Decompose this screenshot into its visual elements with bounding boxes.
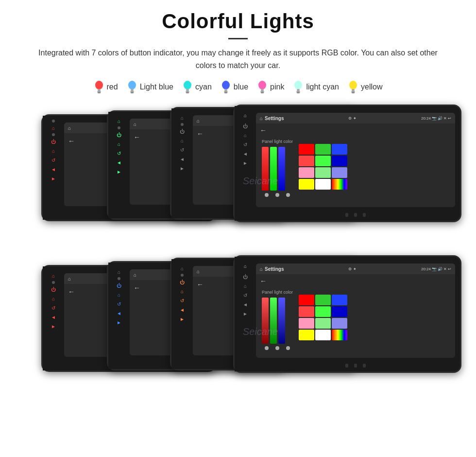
- page-container: Colorful Lights Integrated with 7 colors…: [0, 0, 476, 391]
- home2-icon-1: ⌂: [50, 147, 57, 155]
- svg-rect-22: [296, 91, 300, 92]
- svg-point-8: [184, 81, 191, 89]
- panel-light-left-bot: Panel light color: [262, 290, 293, 350]
- settings-title-b4: Settings: [265, 266, 284, 272]
- home2-icon-b4: ⌂: [241, 282, 249, 290]
- title-section: Colorful Lights Integrated with 7 colors…: [15, 10, 461, 71]
- svg-rect-3: [98, 92, 101, 93]
- slider-dot-1: [265, 193, 269, 197]
- cell-10[interactable]: [299, 179, 314, 190]
- bcell-5[interactable]: [315, 306, 331, 317]
- home2-icon-b3: ⌂: [178, 287, 186, 295]
- bcell-1[interactable]: [299, 295, 314, 305]
- bcell-8[interactable]: [315, 318, 331, 329]
- bcell-3[interactable]: [332, 295, 347, 305]
- sidebar-b2: ⌂ ⏻ ⌂ ↺ ◄ ►: [108, 263, 130, 369]
- power-icon-2: ⏻: [115, 131, 123, 139]
- bcell-12[interactable]: [332, 330, 347, 340]
- svg-rect-15: [224, 92, 227, 93]
- color-name-yellow: yellow: [361, 83, 382, 91]
- next-icon-b4: ►: [241, 310, 249, 317]
- sidebar-2: ⌂ ⏻ ⌂ ↺ ◄ ►: [108, 112, 130, 218]
- cell-7[interactable]: [299, 167, 314, 178]
- back-arrow-4: ←: [260, 126, 451, 134]
- bulb-icon-blue: [221, 80, 231, 94]
- cell-12[interactable]: [332, 179, 347, 190]
- screen-b4: ⌂ Settings ⚙ ✦ 20:24 📷 🔊 ✕ ↩: [256, 264, 455, 358]
- cell-3[interactable]: [332, 144, 347, 155]
- back-icon-b1: ↺: [50, 304, 57, 312]
- cell-5[interactable]: [315, 156, 331, 166]
- screen-header-4: ⌂ Settings ⚙ ✦ 20:24 📷 🔊 ✕ ↩: [256, 113, 455, 123]
- home2-icon-b1: ⌂: [50, 295, 57, 302]
- bcell-11[interactable]: [315, 330, 331, 340]
- cell-4[interactable]: [299, 156, 314, 166]
- cell-1[interactable]: [299, 144, 314, 155]
- screen-header-b4: ⌂ Settings ⚙ ✦ 20:24 📷 🔊 ✕ ↩: [256, 264, 455, 274]
- home-icon-3: ⌂: [178, 114, 186, 122]
- rst-dot-1: [52, 133, 55, 136]
- sidebar-3: ⌂ ⏻ ⌂ ↺ ◄ ►: [171, 108, 193, 218]
- screen-4: ⌂ Settings ⚙ ✦ 20:24 📷 🔊 ✕ ↩: [256, 113, 455, 207]
- svg-rect-6: [130, 91, 134, 92]
- home-icon-b1: ⌂: [50, 272, 57, 280]
- sidebar-4: ⌂ ⏻ ⌂ ↺ ◄ ►: [235, 106, 256, 221]
- back-icon-1: ↺: [50, 156, 57, 164]
- bottom-dot-4b: [354, 213, 357, 217]
- power-icon-b2: ⏻: [115, 281, 123, 289]
- back-icon-b2: ↺: [115, 300, 123, 308]
- gear-icon-b4: ⚙: [348, 267, 352, 271]
- home-icon-screen-1: ⌂: [68, 125, 71, 131]
- home-icon-b3: ⌂: [178, 264, 186, 272]
- car-unit-top-4: ⌂ ⏻ ⌂ ↺ ◄ ► ⌂ Settings ⚙: [233, 105, 461, 222]
- car-unit-bot-4: ⌂ ⏻ ⌂ ↺ ◄ ► ⌂ Settings ⚙: [233, 255, 461, 373]
- power-icon-b1: ⏻: [50, 285, 57, 293]
- slider-dot-b1: [265, 346, 269, 350]
- home-icon-sb1: ⌂: [68, 276, 71, 281]
- bdot-b4a: [345, 364, 348, 368]
- sidebar-b4: ⌂ ⏻ ⌂ ↺ ◄ ►: [235, 257, 256, 371]
- color-label-lightblue: Light blue: [127, 80, 173, 94]
- bcell-10[interactable]: [299, 330, 314, 340]
- home-icon-b4: ⌂: [241, 262, 249, 270]
- time-display-b4: 20:24: [421, 267, 431, 271]
- sidebar-b1: ⌂ ⏻ ⌂ ↺ ◄ ►: [43, 266, 64, 370]
- prev-icon-1: ◄: [50, 165, 57, 173]
- panel-light-section-bot: Panel light color: [260, 288, 451, 352]
- back-icon-screen-4: ↩: [448, 116, 451, 121]
- cell-8[interactable]: [315, 167, 331, 178]
- bar-green-bot: [270, 298, 277, 344]
- cell-9[interactable]: [332, 167, 347, 178]
- vol-icon-b4: ◄: [241, 300, 249, 308]
- home-icon-screen-4: ⌂: [260, 116, 263, 121]
- rst-dot-2: [118, 126, 120, 129]
- next-icon-1: ►: [50, 175, 57, 182]
- star-icon-4: ✦: [353, 116, 357, 121]
- home-icon-screen-3: ⌂: [197, 118, 200, 123]
- home-icon-1: ⌂: [50, 124, 57, 132]
- vol-icon-sb4: 🔊: [438, 267, 442, 271]
- rst-dot-b2: [118, 277, 120, 280]
- camera-icon-b4: 📷: [432, 267, 437, 271]
- cell-11[interactable]: [315, 179, 331, 190]
- bottom-dots-b4: [256, 364, 455, 368]
- next-icon-3: ►: [178, 164, 186, 172]
- cell-2[interactable]: [315, 144, 331, 155]
- cell-6[interactable]: [332, 156, 347, 166]
- bcell-6[interactable]: [332, 306, 347, 317]
- back-icon-4: ↺: [241, 141, 249, 148]
- bcell-9[interactable]: [332, 318, 347, 329]
- svg-rect-25: [352, 89, 355, 91]
- gear-icon-4: ⚙: [348, 116, 352, 121]
- bottom-dot-4a: [345, 213, 348, 217]
- color-grid-top: [299, 144, 347, 190]
- x-icon-4: ✕: [443, 116, 447, 121]
- description-text: Integrated with 7 colors of button indic…: [29, 47, 447, 71]
- bottom-dot-4c: [363, 213, 366, 217]
- slider-dot-3: [286, 193, 290, 197]
- bcell-7[interactable]: [299, 318, 314, 329]
- sidebar-b3: ⌂ ⏻ ⌂ ↺ ◄ ►: [171, 259, 193, 369]
- bcell-2[interactable]: [315, 295, 331, 305]
- home2-icon-2: ⌂: [115, 140, 123, 148]
- bcell-4[interactable]: [299, 306, 314, 317]
